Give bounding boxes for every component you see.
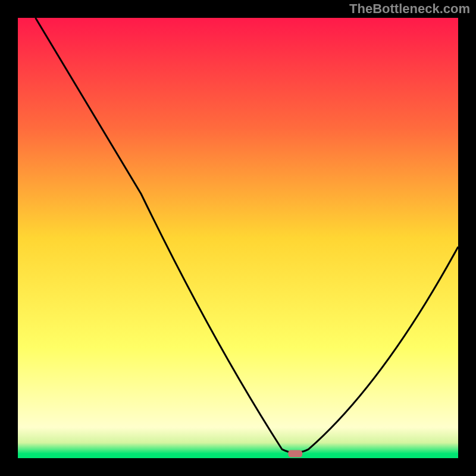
bottleneck-chart: TheBottleneck.com	[0, 0, 476, 476]
chart-svg	[0, 0, 476, 476]
plot-area	[18, 18, 458, 458]
optimal-marker	[288, 450, 302, 458]
watermark-text: TheBottleneck.com	[349, 1, 470, 17]
